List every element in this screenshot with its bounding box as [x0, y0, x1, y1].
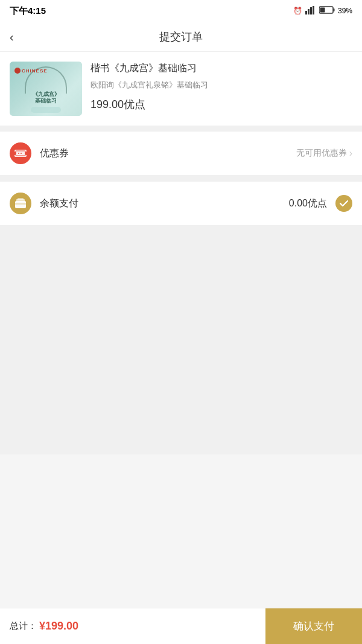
alarm-icon: ⏰	[293, 7, 302, 15]
coupon-value-area: 无可用优惠券 ›	[296, 148, 352, 159]
balance-check-icon[interactable]	[335, 195, 352, 212]
header: ‹ 提交订单	[0, 22, 362, 52]
back-button[interactable]: ‹	[10, 31, 14, 43]
divider-2	[0, 176, 362, 182]
empty-area	[0, 225, 362, 454]
svg-rect-0	[305, 11, 307, 14]
status-bar: 下午4:15 ⏰ 39%	[0, 0, 362, 22]
footer: 总计： ¥199.00 确认支付	[0, 608, 362, 644]
coupon-chevron: ›	[349, 148, 352, 159]
book-title-overlay: 《九成宫》基础临习	[12, 91, 80, 105]
svg-rect-5	[333, 8, 334, 11]
book-cloud-decoration	[31, 107, 61, 113]
product-subtitle: 欧阳询《九成宫礼泉铭》基础临习	[91, 80, 352, 91]
coupon-icon	[10, 142, 31, 164]
chinese-brand-text: CHINESE	[22, 68, 48, 74]
product-image: CHINESE 《九成宫》基础临习	[10, 62, 82, 116]
page-title: 提交订单	[159, 30, 203, 44]
balance-label: 余额支付	[40, 197, 281, 210]
svg-rect-1	[308, 9, 310, 14]
svg-rect-3	[313, 6, 314, 14]
coupon-value-text: 无可用优惠券	[296, 148, 347, 159]
product-title: 楷书《九成宫》基础临习	[91, 62, 352, 75]
footer-total: 总计： ¥199.00	[0, 620, 265, 633]
product-card: CHINESE 《九成宫》基础临习 楷书《九成宫》基础临习 欧阳询《九成宫礼泉铭…	[0, 52, 362, 126]
coupon-row[interactable]: 优惠券 无可用优惠券 ›	[0, 132, 362, 176]
book-background: CHINESE 《九成宫》基础临习	[10, 62, 82, 116]
svg-rect-14	[17, 198, 24, 200]
svg-rect-6	[320, 8, 325, 13]
balance-icon	[10, 193, 31, 214]
balance-value-text: 0.00优点	[289, 197, 327, 210]
balance-value-area: 0.00优点	[289, 197, 327, 210]
svg-rect-2	[310, 7, 312, 14]
divider-1	[0, 126, 362, 132]
logo-dot	[14, 68, 21, 74]
svg-rect-15	[15, 203, 26, 205]
status-icons: ⏰ 39%	[293, 6, 352, 16]
status-time: 下午4:15	[10, 5, 46, 17]
total-value: ¥199.00	[39, 620, 78, 633]
confirm-pay-button[interactable]: 确认支付	[265, 608, 362, 645]
product-price: 199.00优点	[91, 97, 352, 112]
signal-icon	[305, 6, 316, 16]
product-info: 楷书《九成宫》基础临习 欧阳询《九成宫礼泉铭》基础临习 199.00优点	[91, 62, 352, 112]
total-label: 总计：	[10, 620, 37, 632]
balance-row[interactable]: 余额支付 0.00优点	[0, 182, 362, 225]
battery-percent: 39%	[338, 7, 352, 15]
coupon-label: 优惠券	[40, 147, 288, 160]
book-chinese-label: CHINESE	[14, 68, 48, 74]
battery-icon	[319, 6, 335, 16]
